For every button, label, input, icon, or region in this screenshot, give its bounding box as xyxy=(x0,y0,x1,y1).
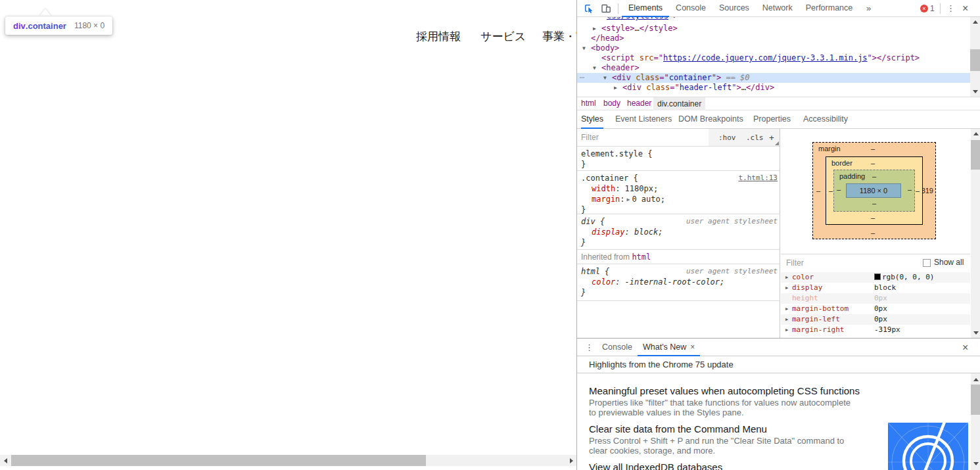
close-tab-icon[interactable]: × xyxy=(690,342,695,352)
dom-breadcrumb: html body header div.container xyxy=(577,97,980,110)
dom-node-header-left[interactable]: ▶<div class="header-left">…</div> xyxy=(577,83,970,93)
breadcrumb-body[interactable]: body xyxy=(603,97,620,110)
dom-node-header[interactable]: ▼<header> xyxy=(577,63,970,73)
scroll-down-button[interactable] xyxy=(970,87,980,97)
computed-row-color[interactable]: ▶color rgb(0, 0, 0) xyxy=(781,272,970,283)
computed-filter-input[interactable]: Filter xyxy=(786,258,804,268)
scroll-down-button[interactable] xyxy=(971,328,980,338)
breadcrumb-header[interactable]: header xyxy=(627,97,651,110)
computed-row-margin-right[interactable]: ▶margin-right -319px xyxy=(781,325,970,335)
tab-performance[interactable]: Performance xyxy=(799,0,860,17)
devtools-menu-icon[interactable]: ⋮ xyxy=(946,0,955,16)
box-model-content: 1180 × 0 xyxy=(846,183,901,198)
devtools-drawer: ⋮ Console What's New× × Highlights from … xyxy=(577,338,980,470)
whats-new-item-desc: Press Control + Shift + P and run the "C… xyxy=(589,436,844,456)
dom-tree-scrollbar[interactable] xyxy=(970,17,980,97)
browser-page: div.container 1180 × 0 採用情報 サービス 事業・実績 xyxy=(0,0,577,470)
tab-accessibility[interactable]: Accessibility xyxy=(803,110,848,129)
device-toolbar-icon[interactable] xyxy=(601,3,611,14)
breadcrumb-html[interactable]: html xyxy=(581,97,596,110)
rule-div-ua[interactable]: user agent stylesheetdiv { display: bloc… xyxy=(577,214,780,250)
margin-left-value: – xyxy=(816,187,820,195)
dom-node-head-close[interactable]: </head> xyxy=(577,34,970,43)
scroll-up-button[interactable] xyxy=(971,375,980,385)
margin-bottom-value: – xyxy=(871,229,875,237)
drawer-scrollbar[interactable] xyxy=(971,373,980,470)
new-style-rule-button[interactable]: + xyxy=(769,133,774,143)
whats-new-item-title[interactable]: View all IndexedDB databases xyxy=(589,461,722,470)
styles-sidebar-tabs: Styles Event Listeners DOM Breakpoints P… xyxy=(577,110,980,129)
tab-console[interactable]: Console xyxy=(669,0,712,17)
tab-network[interactable]: Network xyxy=(756,0,799,17)
padding-label: padding xyxy=(839,172,865,181)
cls-button[interactable]: .cls xyxy=(746,133,764,143)
scrollbar-thumb[interactable] xyxy=(971,385,980,415)
scroll-up-button[interactable] xyxy=(970,17,980,27)
padding-bottom-value: – xyxy=(872,199,876,208)
tab-dom-breakpoints[interactable]: DOM Breakpoints xyxy=(678,110,743,129)
dom-node-script[interactable]: <script src="https://code.jquery.com/jqu… xyxy=(577,53,970,63)
inspect-element-icon[interactable] xyxy=(584,3,594,14)
scroll-down-button[interactable] xyxy=(971,459,980,469)
error-count: 1 xyxy=(930,0,935,17)
devtools-close-icon[interactable]: × xyxy=(962,0,968,16)
border-right-value: – xyxy=(916,187,920,195)
drawer-tab-whats-new[interactable]: What's New× xyxy=(638,339,700,356)
padding-left-value: – xyxy=(837,185,841,194)
drawer-menu-icon[interactable]: ⋮ xyxy=(585,339,594,356)
show-all-checkbox[interactable] xyxy=(923,259,931,267)
computed-row-display[interactable]: ▶display block xyxy=(781,283,970,293)
rule-source-link[interactable]: t.html:13 xyxy=(738,173,778,183)
border-bottom-value: – xyxy=(871,214,875,222)
rule-element-style[interactable]: element.style { } xyxy=(577,147,780,171)
box-model-diagram[interactable]: margin – – -319 – border – – – – padding… xyxy=(812,142,936,239)
box-model-border: border – – – – padding – – – – 1180 × 0 xyxy=(826,156,923,225)
tab-event-listeners[interactable]: Event Listeners xyxy=(615,110,672,129)
dom-node-style[interactable]: ▶<style>…</style> xyxy=(577,24,970,34)
inherited-from-bar: Inherited from html xyxy=(577,250,780,264)
rule-html-ua[interactable]: user agent stylesheethtml { color: -inte… xyxy=(577,264,780,301)
chrome-75-artwork xyxy=(888,423,968,470)
whats-new-item-desc: Properties like "filter" that take funct… xyxy=(589,398,851,417)
drawer-close-icon[interactable]: × xyxy=(962,339,968,356)
tab-elements[interactable]: Elements xyxy=(622,0,669,17)
hov-button[interactable]: :hov xyxy=(718,133,736,143)
styles-rules-pane: Filter :hov .cls + element.style { } t.h… xyxy=(577,129,780,338)
scroll-right-button[interactable] xyxy=(566,455,577,466)
breadcrumb-div-container[interactable]: div.container xyxy=(653,97,705,110)
scrollbar-thumb[interactable] xyxy=(971,140,980,170)
elements-dom-tree: css/style.css"> ▶<style>…</style> </head… xyxy=(577,17,970,97)
nav-link-service[interactable]: サービス xyxy=(480,29,526,44)
dom-node-body[interactable]: ▼<body> xyxy=(577,43,970,53)
box-model-padding: padding – – – – 1180 × 0 xyxy=(833,170,915,212)
styles-pane-scrollbar[interactable] xyxy=(971,129,980,338)
inspect-tooltip: div.container 1180 × 0 xyxy=(5,16,112,35)
inherited-node-link[interactable]: html xyxy=(632,252,651,262)
scrollbar-thumb[interactable] xyxy=(11,455,426,466)
error-badge-icon[interactable]: × xyxy=(920,5,928,12)
rule-container[interactable]: t.html:13.container { width: 1180px; mar… xyxy=(577,171,780,214)
nav-link-business[interactable]: 事業・実績 xyxy=(542,29,577,44)
whats-new-item-title[interactable]: Meaningful preset values when autocomple… xyxy=(589,385,860,396)
scroll-up-button[interactable] xyxy=(971,129,980,139)
ua-stylesheet-label: user agent stylesheet xyxy=(686,266,778,277)
nav-link-recruit[interactable]: 採用情報 xyxy=(416,29,461,44)
dom-node-link[interactable]: css/style.css"> xyxy=(577,17,970,21)
devtools-panel: Elements Console Sources Network Perform… xyxy=(576,0,980,470)
tab-styles[interactable]: Styles xyxy=(581,110,603,129)
tab-properties[interactable]: Properties xyxy=(753,110,791,129)
page-horizontal-scrollbar[interactable] xyxy=(0,455,577,466)
tab-sources[interactable]: Sources xyxy=(712,0,756,17)
computed-row-margin-left[interactable]: ▶margin-left 0px xyxy=(781,314,970,325)
toolbar-separator xyxy=(618,3,618,14)
tooltip-tag: div xyxy=(13,21,26,31)
more-tabs-icon[interactable]: » xyxy=(866,0,871,16)
drawer-tab-console[interactable]: Console xyxy=(597,339,638,356)
scroll-left-button[interactable] xyxy=(0,455,11,466)
whats-new-item-title[interactable]: Clear site data from the Command Menu xyxy=(589,423,767,435)
dom-node-container-selected[interactable]: ⋯▼<div class="container"> == $0 xyxy=(577,73,970,83)
scrollbar-thumb[interactable] xyxy=(970,49,980,71)
computed-row-height[interactable]: height 0px xyxy=(781,293,970,304)
inspect-tooltip-arrow xyxy=(39,9,51,16)
computed-row-margin-bottom[interactable]: ▶margin-bottom 0px xyxy=(781,304,970,314)
